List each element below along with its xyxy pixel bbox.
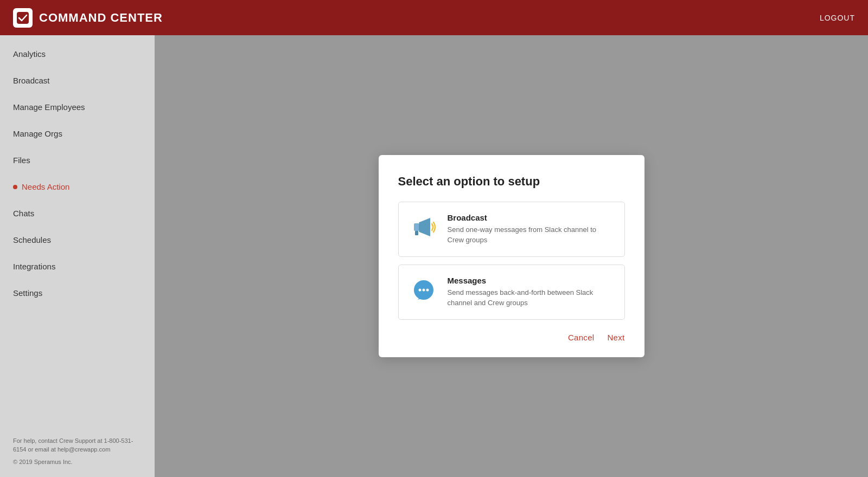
modal-overlay: Select an option to setup [155, 35, 868, 477]
broadcast-option-title: Broadcast [448, 213, 614, 222]
sidebar-item-chats[interactable]: Chats [0, 200, 155, 227]
modal-title: Select an option to setup [398, 175, 625, 189]
broadcast-option-desc: Send one-way messages from Slack channel… [448, 225, 614, 246]
broadcast-option-text: Broadcast Send one-way messages from Sla… [448, 213, 614, 246]
sidebar-item-label: Manage Orgs [13, 129, 62, 138]
modal-footer: Cancel Next [398, 333, 625, 342]
chat-bubbles-icon [410, 276, 438, 304]
sidebar-item-label: Files [13, 156, 30, 165]
messages-option-desc: Send messages back-and-forth between Sla… [448, 288, 614, 308]
modal-dialog: Select an option to setup [379, 155, 644, 357]
svg-rect-2 [415, 231, 418, 235]
sidebar-item-manage-employees[interactable]: Manage Employees [0, 94, 155, 120]
main-content: between rew. Select an option to setup [155, 35, 868, 477]
sidebar-item-analytics[interactable]: Analytics [0, 41, 155, 67]
sidebar-item-label: Needs Action [22, 182, 69, 191]
svg-rect-1 [414, 223, 419, 231]
sidebar-item-label: Integrations [13, 262, 55, 271]
svg-point-4 [418, 289, 421, 292]
svg-point-5 [422, 289, 425, 292]
sidebar-item-broadcast[interactable]: Broadcast [0, 67, 155, 94]
app-logo [13, 8, 33, 28]
sidebar-item-integrations[interactable]: Integrations [0, 253, 155, 280]
sidebar-item-label: Chats [13, 209, 34, 218]
layout: AnalyticsBroadcastManage EmployeesManage… [0, 35, 868, 477]
sidebar-nav: AnalyticsBroadcastManage EmployeesManage… [0, 35, 155, 306]
sidebar-item-schedules[interactable]: Schedules [0, 227, 155, 253]
sidebar-item-label: Broadcast [13, 76, 50, 85]
messages-option-card[interactable]: Messages Send messages back-and-forth be… [398, 265, 625, 320]
header: COMMAND CENTER LOGOUT [0, 0, 868, 35]
sidebar-help-text: For help, contact Crew Support at 1-800-… [13, 436, 142, 454]
sidebar-item-files[interactable]: Files [0, 147, 155, 173]
sidebar-item-label: Settings [13, 288, 42, 298]
sidebar-item-label: Analytics [13, 49, 46, 59]
svg-point-6 [426, 289, 429, 292]
sidebar-copyright: © 2019 Speramus Inc. [13, 457, 142, 467]
sidebar-item-label: Schedules [13, 235, 51, 244]
sidebar-item-label: Manage Employees [13, 102, 85, 112]
app-title: COMMAND CENTER [39, 11, 163, 25]
messages-option-text: Messages Send messages back-and-forth be… [448, 276, 614, 308]
messages-option-title: Messages [448, 276, 614, 285]
sidebar-item-needs-action[interactable]: Needs Action [0, 173, 155, 200]
cancel-button[interactable]: Cancel [568, 333, 595, 342]
broadcast-option-card[interactable]: Broadcast Send one-way messages from Sla… [398, 202, 625, 257]
header-left: COMMAND CENTER [13, 8, 163, 28]
sidebar: AnalyticsBroadcastManage EmployeesManage… [0, 35, 155, 477]
megaphone-icon [410, 213, 438, 241]
sidebar-footer: For help, contact Crew Support at 1-800-… [0, 426, 155, 478]
active-dot-icon [13, 185, 17, 189]
logout-button[interactable]: LOGOUT [820, 14, 855, 22]
sidebar-item-manage-orgs[interactable]: Manage Orgs [0, 120, 155, 147]
sidebar-item-settings[interactable]: Settings [0, 280, 155, 306]
next-button[interactable]: Next [607, 333, 624, 342]
